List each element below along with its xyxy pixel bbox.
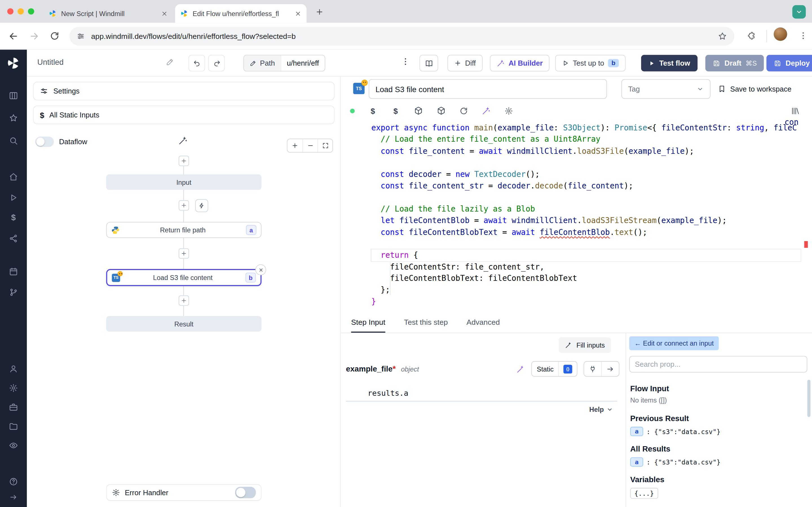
- all-results-row[interactable]: a : {"s3":"data.csv"}: [630, 457, 720, 467]
- path-button[interactable]: Path u/henri/eff: [243, 55, 325, 71]
- draft-button[interactable]: Draft ⌘S: [705, 55, 764, 71]
- apply-arrow-button[interactable]: [601, 362, 619, 376]
- zoom-out-button[interactable]: [303, 139, 317, 152]
- ai-wand-icon[interactable]: [481, 106, 491, 115]
- traffic-zoom-button[interactable]: [28, 8, 34, 14]
- library-panel-icon[interactable]: [791, 106, 800, 115]
- sidebar-help-icon[interactable]: [9, 477, 18, 486]
- windmill-logo-icon[interactable]: [6, 56, 20, 70]
- sidebar-runs-icon[interactable]: [9, 193, 18, 202]
- sidebar-variables-icon[interactable]: $: [9, 213, 18, 223]
- delete-step-button[interactable]: [255, 265, 266, 276]
- tab-close-icon[interactable]: [295, 10, 301, 17]
- ai-builder-button[interactable]: AI Builder: [490, 55, 550, 71]
- sidebar-folders-icon[interactable]: [9, 421, 18, 431]
- error-handler-toggle[interactable]: [235, 487, 256, 498]
- tab-step-input[interactable]: Step Input: [351, 312, 385, 333]
- sidebar-flows-icon[interactable]: [9, 288, 18, 297]
- url-text: app.windmill.dev/flows/edit/u/henri/effo…: [91, 32, 296, 40]
- prop-search-input[interactable]: [629, 356, 808, 373]
- contextual-variables-icon[interactable]: $: [391, 106, 400, 115]
- result-step-badge[interactable]: a: [630, 457, 643, 467]
- add-step-button[interactable]: [179, 248, 189, 259]
- redo-button[interactable]: [208, 55, 225, 71]
- tab-search-button[interactable]: [792, 5, 806, 18]
- fit-view-button[interactable]: [317, 139, 333, 152]
- variables-row[interactable]: {...}: [630, 488, 658, 499]
- variables-object-badge[interactable]: {...}: [630, 488, 658, 499]
- flow-static-inputs-row[interactable]: $ All Static Inputs: [33, 106, 335, 124]
- back-icon[interactable]: [8, 31, 18, 41]
- static-mode-button[interactable]: Static: [532, 362, 558, 376]
- trigger-bolt-button[interactable]: [195, 199, 208, 212]
- step-title-input[interactable]: [369, 79, 607, 99]
- traffic-minimize-button[interactable]: [17, 8, 24, 14]
- dataflow-toggle[interactable]: [35, 136, 54, 147]
- scrollbar-thumb[interactable]: [807, 380, 810, 417]
- add-step-button[interactable]: [179, 156, 189, 166]
- sidebar-workers-icon[interactable]: [9, 402, 18, 412]
- previous-result-row[interactable]: a : {"s3":"data.csv"}: [630, 427, 720, 436]
- expression-input[interactable]: results.a: [346, 385, 617, 401]
- tab-test-this-step[interactable]: Test this step: [404, 312, 448, 333]
- step-node-b-selected[interactable]: TS Load S3 file content b: [106, 269, 262, 286]
- tab-advanced[interactable]: Advanced: [466, 312, 500, 333]
- sidebar-home-icon[interactable]: [9, 172, 18, 182]
- add-step-button[interactable]: [179, 295, 189, 306]
- profile-avatar[interactable]: [774, 27, 787, 41]
- help-toggle[interactable]: Help: [589, 406, 613, 413]
- flow-title[interactable]: Untitled: [37, 57, 63, 66]
- flow-settings-row[interactable]: Settings: [33, 82, 335, 100]
- docs-button[interactable]: [419, 55, 438, 71]
- reload-icon[interactable]: [50, 31, 59, 41]
- ai-fill-wand-icon[interactable]: [516, 364, 525, 373]
- site-settings-icon[interactable]: [77, 32, 85, 40]
- sidebar-audit-icon[interactable]: [9, 441, 18, 450]
- resources-cube-icon[interactable]: [414, 106, 423, 115]
- tab-new-script[interactable]: New Script | Windmill: [43, 4, 173, 23]
- step-node-a[interactable]: Return file path a: [106, 222, 262, 238]
- browser-menu-icon[interactable]: [799, 31, 808, 40]
- javascript-mode-button[interactable]: {}: [558, 362, 577, 376]
- deploy-button[interactable]: Deploy: [766, 55, 812, 71]
- sidebar-collapse-icon[interactable]: [9, 493, 18, 502]
- add-step-button[interactable]: [179, 200, 189, 211]
- sidebar-resources-icon[interactable]: [9, 234, 18, 243]
- flow-input-node[interactable]: Input: [106, 174, 262, 190]
- code-editor[interactable]: con export async function main(example_f…: [341, 120, 812, 312]
- reload-assistant-icon[interactable]: [459, 106, 468, 115]
- sidebar-favorites-icon[interactable]: [9, 113, 18, 122]
- tag-select[interactable]: Tag: [621, 79, 711, 99]
- new-tab-button[interactable]: [314, 6, 325, 17]
- more-options-icon[interactable]: [401, 57, 410, 66]
- sidebar-settings-icon[interactable]: [9, 383, 18, 393]
- traffic-close-button[interactable]: [7, 8, 13, 14]
- flow-result-node[interactable]: Result: [106, 316, 262, 332]
- tab-close-icon[interactable]: [161, 10, 168, 17]
- zoom-in-button[interactable]: [287, 139, 302, 152]
- diff-button[interactable]: Diff: [448, 55, 483, 71]
- extensions-puzzle-icon[interactable]: [747, 31, 756, 40]
- fill-inputs-button[interactable]: Fill inputs: [559, 337, 611, 353]
- sidebar-apps-icon[interactable]: [9, 91, 18, 100]
- error-handler-row[interactable]: Error Handler: [106, 484, 262, 501]
- editor-settings-gear-icon[interactable]: [504, 106, 513, 115]
- bookmark-star-icon[interactable]: [718, 32, 727, 41]
- tab-edit-flow[interactable]: Edit Flow u/henri/effortless_fl: [175, 4, 307, 23]
- result-step-badge[interactable]: a: [630, 427, 643, 436]
- variables-icon[interactable]: $: [368, 106, 377, 115]
- sidebar-schedules-icon[interactable]: [9, 267, 18, 276]
- packages-cube-icon[interactable]: [437, 106, 446, 115]
- undo-button[interactable]: [189, 55, 205, 71]
- flow-ai-button[interactable]: [178, 135, 188, 145]
- plug-connect-button[interactable]: [584, 362, 601, 376]
- connect-input-banner[interactable]: ← Edit or connect an input: [629, 336, 719, 350]
- url-bar[interactable]: app.windmill.dev/flows/edit/u/henri/effo…: [69, 27, 734, 46]
- test-flow-button[interactable]: Test flow: [641, 55, 698, 71]
- test-up-to-button[interactable]: Test up to b: [555, 55, 626, 71]
- save-to-workspace-button[interactable]: Save to workspace: [718, 82, 792, 96]
- sidebar-search-icon[interactable]: [9, 136, 18, 145]
- sidebar-users-icon[interactable]: [9, 364, 18, 374]
- forward-icon[interactable]: [29, 31, 40, 41]
- edit-title-pencil-icon[interactable]: [166, 58, 174, 66]
